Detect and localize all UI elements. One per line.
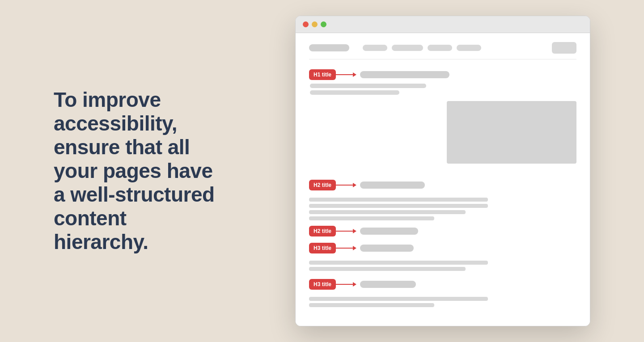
- h3b-text-lines: [309, 297, 576, 307]
- h3b-content-bar: [360, 281, 416, 288]
- h3a-line-1: [309, 261, 488, 265]
- h2b-heading-row: H2 title: [309, 226, 576, 236]
- h2a-line-4: [309, 216, 434, 220]
- h3b-line-2: [309, 303, 434, 307]
- traffic-light-yellow[interactable]: [312, 21, 318, 27]
- h3a-arrow-head: [353, 246, 356, 250]
- nav-button: [552, 42, 576, 54]
- nav-link-2: [392, 45, 423, 51]
- h1-content-bar: [360, 71, 449, 78]
- h2a-arrow: [336, 183, 356, 187]
- h2b-arrow-shaft: [336, 231, 353, 232]
- h2a-arrow-shaft: [336, 185, 353, 186]
- h3a-content-bar: [360, 245, 414, 252]
- h2a-arrow-head: [353, 183, 356, 187]
- main-container: To improve accessibility, ensure that al…: [54, 16, 590, 326]
- h2a-line-2: [309, 204, 488, 208]
- h1-arrow: [336, 72, 356, 77]
- nav-link-4: [457, 45, 481, 51]
- browser-mockup: H1 title H2 ti: [295, 16, 590, 326]
- nav-link-1: [363, 45, 387, 51]
- h1-badge: H1 title: [309, 69, 336, 80]
- h3b-heading-row: H3 title: [309, 279, 576, 290]
- nav-link-3: [428, 45, 452, 51]
- traffic-light-green[interactable]: [321, 21, 326, 27]
- h3b-arrow-head: [353, 282, 356, 287]
- image-container: [309, 101, 576, 172]
- h2a-badge: H2 title: [309, 180, 336, 190]
- h3a-arrow: [336, 246, 356, 250]
- subtitle-bar-2: [310, 90, 399, 95]
- h1-heading-row: H1 title: [309, 69, 576, 80]
- nav-logo: [309, 44, 349, 51]
- h1-arrow-head: [353, 72, 356, 77]
- h2a-line-3: [309, 210, 466, 214]
- h2a-heading-row: H2 title: [309, 180, 576, 190]
- h2a-line-1: [309, 198, 488, 202]
- h3b-badge: H3 title: [309, 279, 336, 290]
- h3b-line-1: [309, 297, 488, 301]
- h3a-line-2: [309, 267, 466, 271]
- h2b-arrow-head: [353, 229, 356, 233]
- h3a-text-lines: [309, 261, 576, 271]
- h2b-badge: H2 title: [309, 226, 336, 236]
- h1-arrow-shaft: [336, 74, 353, 75]
- left-text-panel: To improve accessibility, ensure that al…: [54, 88, 224, 253]
- browser-titlebar: [296, 16, 590, 33]
- h3b-arrow-shaft: [336, 284, 353, 285]
- h3b-arrow: [336, 282, 356, 287]
- nav-bar: [309, 42, 576, 59]
- h1-subtitle-bars: [309, 84, 576, 95]
- image-placeholder: [447, 101, 576, 164]
- traffic-light-red[interactable]: [303, 21, 309, 27]
- subtitle-bar-1: [310, 84, 426, 88]
- h3a-arrow-shaft: [336, 248, 353, 249]
- h3a-badge: H3 title: [309, 243, 336, 253]
- h2b-arrow: [336, 229, 356, 233]
- h2a-text-lines: [309, 198, 576, 220]
- page-content: H1 title H2 ti: [309, 69, 576, 312]
- browser-content: H1 title H2 ti: [296, 33, 590, 326]
- h2b-content-bar: [360, 228, 418, 235]
- h2a-content-bar: [360, 182, 425, 189]
- h3a-heading-row: H3 title: [309, 243, 576, 253]
- main-heading: To improve accessibility, ensure that al…: [54, 88, 224, 253]
